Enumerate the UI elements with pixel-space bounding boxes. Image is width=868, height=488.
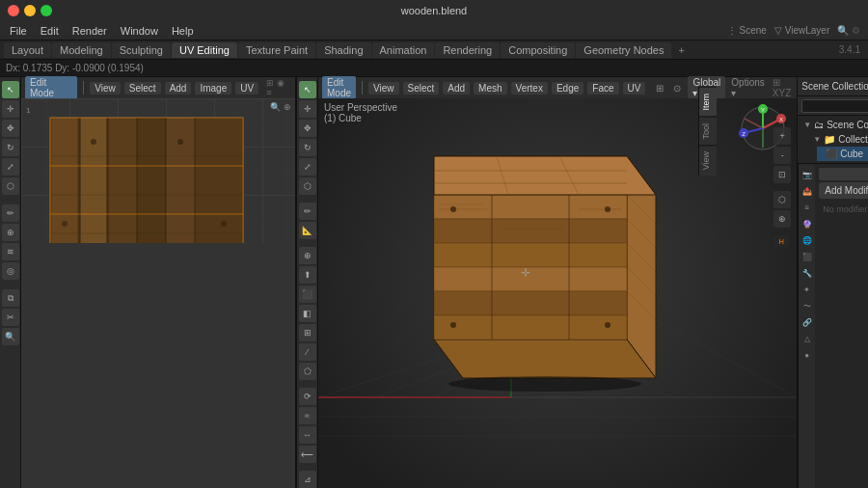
menu-render[interactable]: Render <box>67 24 113 38</box>
vp-tool-bevel[interactable]: ◧ <box>299 305 316 322</box>
tab-uv-editing[interactable]: UV Editing <box>172 42 237 58</box>
uv-tool-rotate[interactable]: ↻ <box>2 139 19 156</box>
viewlayer-selector[interactable]: ▽ ViewLayer <box>774 25 835 36</box>
uv-tool-annotate[interactable]: ✏ <box>2 204 19 222</box>
vp-tool-poly[interactable]: ⬠ <box>299 363 316 380</box>
vp-tool-knife[interactable]: ∕ <box>299 343 316 361</box>
hardops-button[interactable]: H <box>773 235 789 247</box>
uv-uv-btn[interactable]: UV <box>235 82 258 95</box>
tab-modeling[interactable]: Modeling <box>52 42 111 58</box>
add-workspace-button[interactable]: + <box>672 42 690 58</box>
uv-tool-grab[interactable]: ⊕ <box>2 224 19 241</box>
vp-mode-edit[interactable]: Edit Mode <box>322 76 356 99</box>
vp-tool-spin[interactable]: ⟳ <box>299 388 316 405</box>
side-tab-view[interactable]: View <box>699 145 717 176</box>
vp-vertex-btn[interactable]: Vertex <box>511 82 548 95</box>
vp-tool-shrink[interactable]: ⟵ <box>299 446 316 463</box>
uv-view-btn[interactable]: View <box>90 82 121 95</box>
tab-sculpting[interactable]: Sculpting <box>112 42 171 58</box>
vp-tool-smooth[interactable]: ≈ <box>299 407 316 424</box>
uv-select-btn[interactable]: Select <box>124 82 161 95</box>
uv-add-btn[interactable]: Add <box>165 82 192 95</box>
uv-nav-icons[interactable]: 🔍 ⊕ <box>270 102 291 112</box>
outliner-item-scene[interactable]: ▼ 🗂 Scene Collection 👁 🖊 <box>798 118 868 132</box>
vp-zoom-fit[interactable]: ⊡ <box>773 166 791 183</box>
vp-tool-extrude[interactable]: ⬆ <box>299 266 316 284</box>
prop-icon-modifier[interactable]: 🔧 <box>800 266 814 280</box>
vp-tool-scale[interactable]: ⤢ <box>299 158 316 176</box>
prop-icon-material[interactable]: ● <box>800 348 814 362</box>
vp-tool-select[interactable]: ↖ <box>299 81 316 98</box>
prop-icon-data[interactable]: △ <box>800 332 814 345</box>
tab-rendering[interactable]: Rendering <box>435 42 500 58</box>
uv-tool-move[interactable]: ✥ <box>2 120 19 137</box>
vp-tool-transform[interactable]: ⬡ <box>299 177 316 195</box>
side-tab-item[interactable]: Item <box>699 87 717 117</box>
prop-icon-world[interactable]: 🌐 <box>800 233 814 247</box>
menu-window[interactable]: Window <box>115 24 164 38</box>
vp-tool-cursor[interactable]: ✛ <box>299 100 316 118</box>
vp-add-btn[interactable]: Add <box>443 82 470 95</box>
vp-tool-shear[interactable]: ⊿ <box>299 471 316 488</box>
uv-zoom[interactable]: 🔍 <box>2 328 19 345</box>
tab-animation[interactable]: Animation <box>372 42 435 58</box>
uv-canvas[interactable]: 1 0 0 1 🔍 ⊕ <box>21 98 295 488</box>
tab-geometry-nodes[interactable]: Geometry Nodes <box>576 42 671 58</box>
vp-options-btn[interactable]: Options ▾ <box>729 77 766 98</box>
vp-view-btn[interactable]: View <box>368 82 399 95</box>
menu-edit[interactable]: Edit <box>35 24 65 38</box>
vp-tool-measure[interactable]: 📐 <box>299 222 316 239</box>
minimize-button[interactable] <box>24 5 36 16</box>
outliner-item-collection[interactable]: ▼ 📁 Collection 👁 🖊 <box>807 132 868 147</box>
prop-icon-render[interactable]: 📷 <box>800 168 814 181</box>
outliner-search-input[interactable] <box>801 99 868 113</box>
vp-persp-toggle[interactable]: ⬡ <box>773 191 791 208</box>
prop-icon-constraints[interactable]: 🔗 <box>800 315 814 329</box>
uv-tool-pinch[interactable]: ◎ <box>2 262 19 280</box>
viewport-canvas[interactable]: ✛ User Perspective (1) Cube <box>318 98 797 488</box>
vp-proportional-icon[interactable]: ⊙ <box>670 83 684 94</box>
tab-compositing[interactable]: Compositing <box>501 42 575 58</box>
scene-selector[interactable]: ⋮ Scene <box>727 25 773 36</box>
add-modifier-button[interactable]: Add Modifier ▾ <box>819 182 868 199</box>
tab-shading[interactable]: Shading <box>316 42 370 58</box>
uv-tool-scale[interactable]: ⤢ <box>2 158 19 176</box>
vp-tool-inset[interactable]: ⬛ <box>299 285 316 303</box>
vp-tool-annotate[interactable]: ✏ <box>299 203 316 220</box>
uv-tool-cursor[interactable]: ✛ <box>2 100 19 118</box>
uv-tool-stitch[interactable]: ⧉ <box>2 289 19 307</box>
object-name-value[interactable]: Cube <box>819 168 868 180</box>
uv-image-btn[interactable]: Image <box>195 82 231 95</box>
close-button[interactable] <box>8 5 19 16</box>
vp-tool-loop[interactable]: ⊞ <box>299 324 316 341</box>
prop-icon-physics[interactable]: 〜 <box>800 299 814 312</box>
vp-local-toggle[interactable]: ⊕ <box>773 210 791 228</box>
vp-zoom-out[interactable]: - <box>773 147 791 164</box>
vp-edge-btn[interactable]: Edge <box>552 82 583 95</box>
vp-tool-add[interactable]: ⊕ <box>299 247 316 264</box>
uv-mode-edit[interactable]: Edit Mode <box>25 76 77 99</box>
side-tab-tool[interactable]: Tool <box>699 117 717 146</box>
vp-tool-edge-slide[interactable]: ↔ <box>299 426 316 444</box>
uv-tool-rip[interactable]: ✂ <box>2 309 19 326</box>
uv-tool-transform[interactable]: ⬡ <box>2 177 19 195</box>
tab-texture-paint[interactable]: Texture Paint <box>238 42 315 58</box>
outliner-item-cube[interactable]: ⬛ Cube 👁 🖊 <box>817 147 868 161</box>
tab-layout[interactable]: Layout <box>4 42 51 58</box>
vp-uv-btn[interactable]: UV <box>623 82 646 95</box>
prop-icon-output[interactable]: 📤 <box>800 184 814 198</box>
vp-tool-rotate[interactable]: ↻ <box>299 139 316 156</box>
vp-face-btn[interactable]: Face <box>587 82 618 95</box>
vp-snap-icon[interactable]: ⊞ <box>653 83 666 94</box>
vp-tool-move[interactable]: ✥ <box>299 120 316 137</box>
vp-select-btn[interactable]: Select <box>403 82 440 95</box>
prop-icon-particles[interactable]: ✦ <box>800 283 814 296</box>
maximize-button[interactable] <box>41 5 52 16</box>
prop-icon-scene[interactable]: 🔮 <box>800 217 814 230</box>
menu-help[interactable]: Help <box>166 24 200 38</box>
menu-file[interactable]: File <box>4 24 33 38</box>
uv-tool-select[interactable]: ↖ <box>2 81 19 98</box>
vp-mesh-btn[interactable]: Mesh <box>474 82 506 95</box>
vp-zoom-in[interactable]: + <box>773 127 791 145</box>
uv-tool-relax[interactable]: ≋ <box>2 243 19 260</box>
